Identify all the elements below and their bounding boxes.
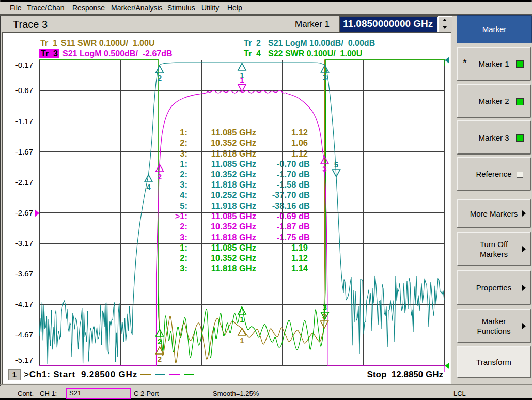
svg-text:5: 5 <box>334 160 338 169</box>
svg-text:1: 1 <box>240 336 244 345</box>
svg-text:2: 2 <box>158 172 162 181</box>
svg-text:3: 3 <box>323 73 327 82</box>
svg-text:2: 2 <box>158 337 162 346</box>
svg-text:4: 4 <box>146 182 151 191</box>
svg-text:1: 1 <box>240 315 244 324</box>
svg-text:2: 2 <box>158 73 162 82</box>
svg-text:2: 2 <box>158 355 162 363</box>
svg-text:1: 1 <box>240 75 244 84</box>
svg-text:3: 3 <box>322 164 326 173</box>
svg-text:3: 3 <box>323 303 327 312</box>
